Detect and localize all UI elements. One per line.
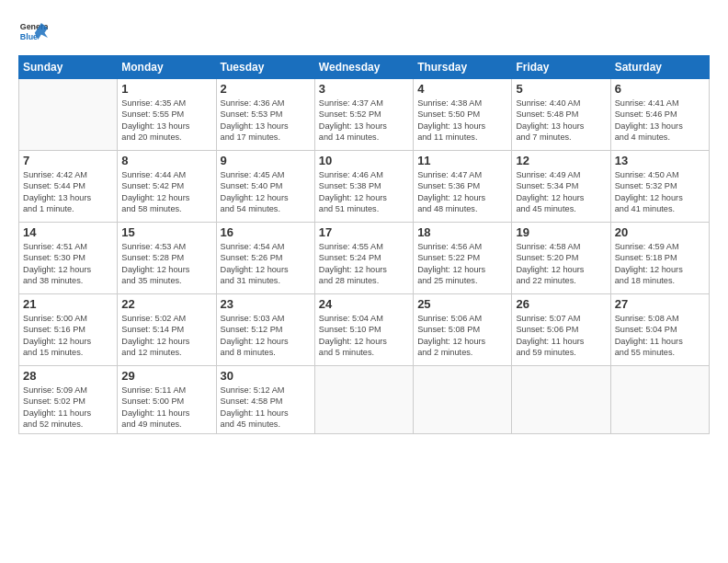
day-number: 25	[417, 297, 507, 311]
day-info: Sunrise: 4:46 AM Sunset: 5:38 PM Dayligh…	[319, 169, 409, 215]
day-info: Sunrise: 4:59 AM Sunset: 5:18 PM Dayligh…	[615, 241, 705, 287]
calendar-cell: 20Sunrise: 4:59 AM Sunset: 5:18 PM Dayli…	[610, 223, 709, 294]
weekday-header-tuesday: Tuesday	[216, 56, 314, 79]
day-info: Sunrise: 5:07 AM Sunset: 5:06 PM Dayligh…	[516, 313, 606, 359]
calendar-cell: 14Sunrise: 4:51 AM Sunset: 5:30 PM Dayli…	[19, 223, 118, 294]
day-info: Sunrise: 4:53 AM Sunset: 5:28 PM Dayligh…	[121, 241, 211, 287]
week-row-1: 1Sunrise: 4:35 AM Sunset: 5:55 PM Daylig…	[19, 79, 710, 151]
weekday-header-saturday: Saturday	[610, 56, 709, 79]
calendar-cell: 25Sunrise: 5:06 AM Sunset: 5:08 PM Dayli…	[414, 294, 512, 366]
day-info: Sunrise: 5:00 AM Sunset: 5:16 PM Dayligh…	[23, 313, 113, 359]
weekday-header-row: SundayMondayTuesdayWednesdayThursdayFrid…	[19, 56, 710, 79]
calendar-cell: 21Sunrise: 5:00 AM Sunset: 5:16 PM Dayli…	[19, 294, 118, 366]
calendar-cell: 1Sunrise: 4:35 AM Sunset: 5:55 PM Daylig…	[118, 79, 216, 151]
day-info: Sunrise: 4:38 AM Sunset: 5:50 PM Dayligh…	[417, 98, 507, 144]
calendar-cell: 27Sunrise: 5:08 AM Sunset: 5:04 PM Dayli…	[610, 294, 709, 366]
day-number: 30	[221, 369, 311, 383]
logo-icon: General Blue	[18, 17, 48, 46]
header: General Blue	[18, 17, 710, 46]
calendar-cell: 24Sunrise: 5:04 AM Sunset: 5:10 PM Dayli…	[314, 294, 413, 366]
day-info: Sunrise: 5:08 AM Sunset: 5:04 PM Dayligh…	[615, 313, 705, 359]
calendar-cell: 28Sunrise: 5:09 AM Sunset: 5:02 PM Dayli…	[19, 366, 118, 434]
day-number: 8	[121, 154, 211, 167]
day-number: 28	[23, 369, 113, 383]
day-info: Sunrise: 5:09 AM Sunset: 5:02 PM Dayligh…	[23, 385, 113, 431]
day-number: 22	[121, 297, 211, 311]
calendar: SundayMondayTuesdayWednesdayThursdayFrid…	[18, 55, 710, 434]
day-number: 27	[615, 297, 705, 311]
week-row-3: 14Sunrise: 4:51 AM Sunset: 5:30 PM Dayli…	[19, 223, 710, 294]
day-info: Sunrise: 4:37 AM Sunset: 5:52 PM Dayligh…	[319, 98, 409, 144]
day-number: 16	[221, 225, 311, 239]
weekday-header-wednesday: Wednesday	[314, 56, 413, 79]
day-info: Sunrise: 5:02 AM Sunset: 5:14 PM Dayligh…	[121, 313, 211, 359]
day-number: 7	[23, 154, 113, 167]
calendar-cell	[314, 366, 413, 434]
calendar-cell: 16Sunrise: 4:54 AM Sunset: 5:26 PM Dayli…	[216, 223, 314, 294]
day-number: 4	[417, 82, 507, 96]
day-number: 5	[516, 82, 606, 96]
week-row-2: 7Sunrise: 4:42 AM Sunset: 5:44 PM Daylig…	[19, 151, 710, 223]
day-info: Sunrise: 4:41 AM Sunset: 5:46 PM Dayligh…	[615, 98, 705, 144]
day-number: 13	[615, 154, 705, 167]
day-number: 26	[516, 297, 606, 311]
calendar-cell: 9Sunrise: 4:45 AM Sunset: 5:40 PM Daylig…	[216, 151, 314, 223]
day-info: Sunrise: 4:51 AM Sunset: 5:30 PM Dayligh…	[23, 241, 113, 287]
calendar-cell: 26Sunrise: 5:07 AM Sunset: 5:06 PM Dayli…	[512, 294, 610, 366]
day-number: 1	[121, 82, 211, 96]
calendar-cell	[414, 366, 512, 434]
day-info: Sunrise: 4:55 AM Sunset: 5:24 PM Dayligh…	[319, 241, 409, 287]
calendar-cell: 29Sunrise: 5:11 AM Sunset: 5:00 PM Dayli…	[118, 366, 216, 434]
calendar-cell: 8Sunrise: 4:44 AM Sunset: 5:42 PM Daylig…	[118, 151, 216, 223]
day-number: 19	[516, 225, 606, 239]
day-info: Sunrise: 4:49 AM Sunset: 5:34 PM Dayligh…	[516, 169, 606, 215]
day-info: Sunrise: 4:44 AM Sunset: 5:42 PM Dayligh…	[121, 169, 211, 215]
logo: General Blue	[18, 17, 48, 46]
weekday-header-thursday: Thursday	[414, 56, 512, 79]
calendar-cell: 6Sunrise: 4:41 AM Sunset: 5:46 PM Daylig…	[610, 79, 709, 151]
day-info: Sunrise: 4:36 AM Sunset: 5:53 PM Dayligh…	[221, 98, 311, 144]
day-number: 23	[221, 297, 311, 311]
weekday-header-monday: Monday	[118, 56, 216, 79]
calendar-cell: 5Sunrise: 4:40 AM Sunset: 5:48 PM Daylig…	[512, 79, 610, 151]
day-info: Sunrise: 5:11 AM Sunset: 5:00 PM Dayligh…	[121, 385, 211, 431]
day-number: 2	[221, 82, 311, 96]
calendar-cell	[610, 366, 709, 434]
calendar-cell: 18Sunrise: 4:56 AM Sunset: 5:22 PM Dayli…	[414, 223, 512, 294]
day-number: 21	[23, 297, 113, 311]
day-number: 11	[417, 154, 507, 167]
day-info: Sunrise: 4:58 AM Sunset: 5:20 PM Dayligh…	[516, 241, 606, 287]
week-row-5: 28Sunrise: 5:09 AM Sunset: 5:02 PM Dayli…	[19, 366, 710, 434]
day-info: Sunrise: 5:03 AM Sunset: 5:12 PM Dayligh…	[221, 313, 311, 359]
calendar-cell: 23Sunrise: 5:03 AM Sunset: 5:12 PM Dayli…	[216, 294, 314, 366]
day-number: 6	[615, 82, 705, 96]
day-number: 10	[319, 154, 409, 167]
calendar-cell: 17Sunrise: 4:55 AM Sunset: 5:24 PM Dayli…	[314, 223, 413, 294]
calendar-cell: 11Sunrise: 4:47 AM Sunset: 5:36 PM Dayli…	[414, 151, 512, 223]
day-number: 15	[121, 225, 211, 239]
calendar-cell: 7Sunrise: 4:42 AM Sunset: 5:44 PM Daylig…	[19, 151, 118, 223]
day-info: Sunrise: 4:54 AM Sunset: 5:26 PM Dayligh…	[221, 241, 311, 287]
day-info: Sunrise: 4:50 AM Sunset: 5:32 PM Dayligh…	[615, 169, 705, 215]
calendar-cell: 13Sunrise: 4:50 AM Sunset: 5:32 PM Dayli…	[610, 151, 709, 223]
calendar-cell	[512, 366, 610, 434]
day-info: Sunrise: 5:04 AM Sunset: 5:10 PM Dayligh…	[319, 313, 409, 359]
day-number: 20	[615, 225, 705, 239]
day-number: 14	[23, 225, 113, 239]
weekday-header-friday: Friday	[512, 56, 610, 79]
day-number: 12	[516, 154, 606, 167]
week-row-4: 21Sunrise: 5:00 AM Sunset: 5:16 PM Dayli…	[19, 294, 710, 366]
calendar-cell: 15Sunrise: 4:53 AM Sunset: 5:28 PM Dayli…	[118, 223, 216, 294]
day-info: Sunrise: 4:45 AM Sunset: 5:40 PM Dayligh…	[221, 169, 311, 215]
day-number: 18	[417, 225, 507, 239]
calendar-cell: 12Sunrise: 4:49 AM Sunset: 5:34 PM Dayli…	[512, 151, 610, 223]
day-info: Sunrise: 4:47 AM Sunset: 5:36 PM Dayligh…	[417, 169, 507, 215]
day-number: 29	[121, 369, 211, 383]
day-number: 24	[319, 297, 409, 311]
day-number: 17	[319, 225, 409, 239]
day-info: Sunrise: 4:40 AM Sunset: 5:48 PM Dayligh…	[516, 98, 606, 144]
day-info: Sunrise: 5:12 AM Sunset: 4:58 PM Dayligh…	[221, 385, 311, 431]
calendar-cell: 10Sunrise: 4:46 AM Sunset: 5:38 PM Dayli…	[314, 151, 413, 223]
day-info: Sunrise: 5:06 AM Sunset: 5:08 PM Dayligh…	[417, 313, 507, 359]
calendar-cell: 2Sunrise: 4:36 AM Sunset: 5:53 PM Daylig…	[216, 79, 314, 151]
